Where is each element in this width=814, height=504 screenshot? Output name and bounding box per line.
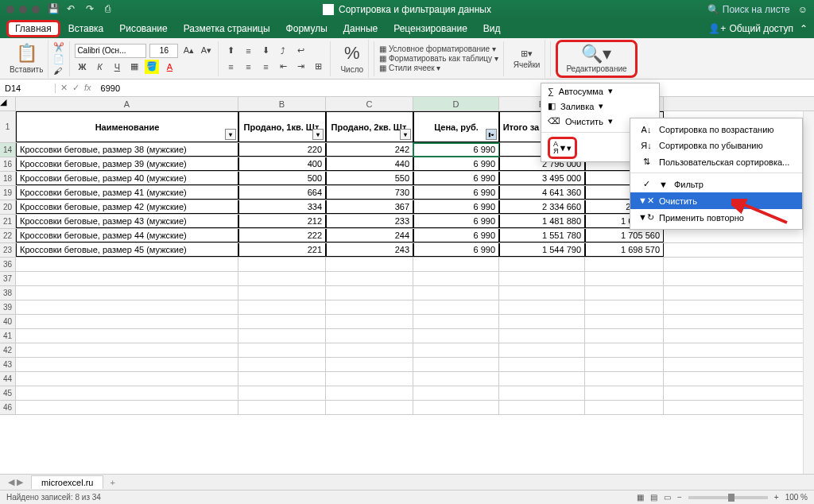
col-header-a[interactable]: A	[16, 97, 238, 110]
cell-name[interactable]: Кроссовки беговые, размер 41 (мужские)	[16, 186, 238, 200]
save-icon[interactable]: 💾	[48, 3, 60, 16]
empty-cell[interactable]	[326, 315, 413, 328]
italic-button[interactable]: К	[92, 60, 107, 74]
cell-q1[interactable]: 222	[238, 229, 326, 242]
underline-button[interactable]: Ч	[110, 60, 124, 74]
bold-button[interactable]: Ж	[75, 60, 89, 74]
empty-cell[interactable]	[585, 286, 664, 300]
align-right-icon[interactable]: ≡	[258, 60, 273, 74]
cell-q2[interactable]: 242	[326, 143, 413, 157]
cell-q2[interactable]: 243	[326, 243, 413, 257]
cell-name[interactable]: Кроссовки беговые, размер 39 (мужские)	[16, 157, 238, 171]
empty-cell[interactable]	[413, 386, 499, 400]
tab-insert[interactable]: Вставка	[60, 21, 112, 37]
empty-cell[interactable]	[16, 329, 238, 343]
row-header[interactable]: 23	[0, 243, 16, 257]
empty-cell[interactable]	[326, 300, 413, 314]
cut-icon[interactable]: ✂️	[53, 42, 64, 52]
search-box[interactable]: 🔍 Поиск на листе	[707, 4, 790, 15]
cell-t1[interactable]: 1 544 790	[499, 243, 585, 257]
empty-cell[interactable]	[238, 358, 326, 371]
tab-review[interactable]: Рецензирование	[386, 21, 475, 37]
col-header-b[interactable]: B	[238, 97, 326, 110]
enter-formula-icon[interactable]: ✓	[72, 83, 79, 93]
cell-name[interactable]: Кроссовки беговые, размер 38 (мужские)	[16, 143, 238, 157]
format-painter-icon[interactable]: 🖌	[53, 66, 64, 76]
zoom-slider[interactable]	[688, 496, 768, 499]
row-header[interactable]: 38	[0, 286, 16, 300]
cell-name[interactable]: Кроссовки беговые, размер 43 (мужские)	[16, 215, 238, 228]
empty-cell[interactable]	[238, 272, 326, 285]
cell-q1[interactable]: 221	[238, 243, 326, 257]
cell-price[interactable]: 6 990	[413, 215, 499, 228]
redo-icon[interactable]: ↷	[86, 3, 99, 16]
empty-cell[interactable]	[16, 358, 238, 371]
fill-item[interactable]: ◧Заливка ▾	[541, 99, 659, 114]
cell-name[interactable]: Кроссовки беговые, размер 45 (мужские)	[16, 243, 238, 257]
decrease-font-icon[interactable]: A▾	[199, 44, 213, 58]
empty-cell[interactable]	[16, 300, 238, 314]
empty-cell[interactable]	[238, 401, 326, 414]
cell-price[interactable]: 6 990	[413, 157, 499, 171]
zoom-in-button[interactable]: +	[774, 493, 779, 502]
font-color-button[interactable]: А	[162, 60, 176, 74]
empty-cell[interactable]	[499, 358, 585, 371]
feedback-icon[interactable]: ☺	[798, 4, 808, 15]
cell-q2[interactable]: 550	[326, 172, 413, 185]
row-header[interactable]: 18	[0, 172, 16, 185]
empty-cell[interactable]	[499, 329, 585, 343]
collapse-ribbon-icon[interactable]: ⌃	[800, 23, 808, 34]
cancel-formula-icon[interactable]: ✕	[60, 83, 68, 93]
fx-icon[interactable]: fx	[84, 83, 91, 93]
empty-cell[interactable]	[16, 315, 238, 328]
align-middle-icon[interactable]: ≡	[241, 44, 255, 58]
empty-cell[interactable]	[238, 300, 326, 314]
empty-cell[interactable]	[499, 343, 585, 357]
header-q1[interactable]: Продано, 1кв. Шт.▾	[238, 111, 326, 142]
cell-price[interactable]: 6 990	[413, 229, 499, 242]
empty-cell[interactable]	[16, 286, 238, 300]
empty-cell[interactable]	[238, 329, 326, 343]
cell-q2[interactable]: 730	[326, 186, 413, 200]
row-header[interactable]: 22	[0, 229, 16, 242]
col-header-d[interactable]: D	[413, 97, 499, 110]
row-header[interactable]: 41	[0, 329, 16, 343]
row-header[interactable]: 21	[0, 215, 16, 228]
cell-name[interactable]: Кроссовки беговые, размер 44 (мужские)	[16, 229, 238, 242]
view-normal-icon[interactable]: ▦	[637, 493, 644, 502]
empty-cell[interactable]	[326, 329, 413, 343]
name-box[interactable]: D14	[0, 83, 56, 93]
cell-q1[interactable]: 500	[238, 172, 326, 185]
row-header[interactable]: 14	[0, 143, 16, 157]
cell-q1[interactable]: 212	[238, 215, 326, 228]
header-name[interactable]: Наименование▾	[16, 111, 238, 142]
cell-price[interactable]: 6 990	[413, 143, 499, 157]
align-top-icon[interactable]: ⬆	[223, 44, 238, 58]
share-button[interactable]: 👤+ Общий доступ	[708, 23, 793, 34]
empty-cell[interactable]	[16, 386, 238, 400]
zoom-out-button[interactable]: −	[677, 493, 682, 502]
empty-cell[interactable]	[413, 329, 499, 343]
empty-cell[interactable]	[326, 286, 413, 300]
tab-draw[interactable]: Рисование	[111, 21, 175, 37]
row-header[interactable]: 36	[0, 258, 16, 271]
orientation-icon[interactable]: ⤴	[276, 44, 290, 58]
increase-font-icon[interactable]: A▴	[181, 44, 196, 58]
row-header[interactable]: 20	[0, 200, 16, 214]
undo-icon[interactable]: ↶	[67, 3, 79, 16]
cell-t2[interactable]: 1 698 570	[585, 243, 664, 257]
empty-cell[interactable]	[16, 272, 238, 285]
tab-view[interactable]: Вид	[475, 21, 509, 37]
cell-price[interactable]: 6 990	[413, 200, 499, 214]
empty-cell[interactable]	[238, 258, 326, 271]
row-header[interactable]: 39	[0, 300, 16, 314]
cell-styles-button[interactable]: ▦ Стили ячеек ▾	[379, 64, 498, 72]
empty-cell[interactable]	[326, 258, 413, 271]
empty-cell[interactable]	[585, 401, 664, 414]
tab-home[interactable]: Главная	[6, 20, 60, 37]
empty-cell[interactable]	[499, 315, 585, 328]
align-left-icon[interactable]: ≡	[223, 60, 238, 74]
cell-q2[interactable]: 440	[326, 157, 413, 171]
align-bottom-icon[interactable]: ⬇	[258, 44, 273, 58]
empty-cell[interactable]	[499, 272, 585, 285]
